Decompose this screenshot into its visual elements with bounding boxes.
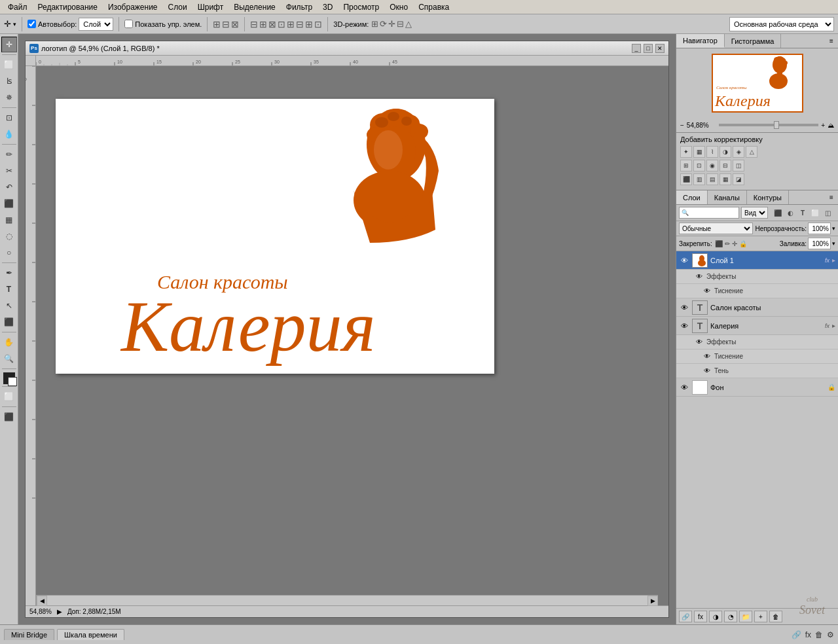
align-left-icon[interactable]: ⊞	[213, 19, 221, 29]
3d-icon-4[interactable]: ⊟	[397, 19, 404, 29]
tab-navigator[interactable]: Навигатор	[676, 34, 725, 48]
shape-tool[interactable]: ⬛	[1, 314, 17, 330]
3d-icon-1[interactable]: ⊞	[371, 19, 378, 29]
layers-panel-menu[interactable]: ≡	[825, 190, 838, 204]
horizontal-scrollbar[interactable]: ◀ ▶	[36, 595, 658, 605]
distribute5-icon[interactable]: ⊞	[287, 19, 295, 29]
gradient-tool[interactable]: ▦	[1, 212, 17, 228]
opacity-value[interactable]: 100%	[808, 223, 831, 234]
tab-layers[interactable]: Слои	[676, 190, 708, 204]
layer-eye-sloy1[interactable]: 👁	[679, 255, 689, 266]
bottom-settings-icon[interactable]: ⚙	[827, 630, 834, 639]
adj-levels[interactable]: ▦	[693, 146, 705, 158]
new-group-btn[interactable]: 📁	[739, 611, 752, 622]
bottom-link-icon[interactable]: 🔗	[792, 630, 801, 639]
distribute8-icon[interactable]: ⊡	[314, 19, 322, 29]
adj-color-balance[interactable]: ⊞	[680, 160, 692, 171]
distribute6-icon[interactable]: ⊟	[296, 19, 304, 29]
adj-brightness[interactable]: ✦	[680, 146, 692, 158]
lasso-tool[interactable]: ʪ	[1, 73, 17, 89]
adj-threshold[interactable]: ▤	[706, 173, 718, 185]
tab-channels[interactable]: Каналы	[708, 190, 747, 204]
zoom-in-btn[interactable]: +	[821, 122, 825, 129]
bottom-fx-icon[interactable]: fx	[805, 630, 811, 639]
filter-text-icon[interactable]: T	[797, 207, 808, 218]
menu-filter[interactable]: Фильтр	[281, 3, 318, 12]
marquee-tool[interactable]: ⬜	[1, 57, 17, 73]
3d-icon-2[interactable]: ⟳	[380, 19, 387, 29]
lock-all-icon[interactable]: 🔒	[739, 240, 747, 247]
menu-select[interactable]: Выделение	[228, 3, 281, 12]
sub-eye-tis-2[interactable]: 👁	[702, 352, 712, 361]
zoom-slider-thumb[interactable]	[774, 121, 779, 129]
nav-panel-menu[interactable]: ≡	[825, 34, 838, 48]
opacity-dropdown-icon[interactable]: ▾	[832, 225, 835, 232]
sub-eye-shadow-2[interactable]: 👁	[702, 367, 712, 376]
filter-adjust-icon[interactable]: ◐	[785, 207, 795, 218]
text-tool[interactable]: T	[1, 281, 17, 297]
auto-select-dropdown[interactable]: Слой	[79, 18, 113, 31]
align-right-icon[interactable]: ⊠	[231, 19, 239, 29]
workspace-dropdown[interactable]: Основная рабочая среда	[729, 17, 834, 31]
layer-item-salon[interactable]: 👁 T Салон красоты	[676, 298, 838, 317]
quick-mask[interactable]: ⬜	[1, 389, 17, 404]
distribute2-icon[interactable]: ⊞	[259, 19, 267, 29]
3d-icon-3[interactable]: ✛	[388, 19, 395, 29]
new-adjustment-btn[interactable]: ◔	[724, 611, 737, 622]
menu-layers[interactable]: Слои	[163, 3, 192, 12]
adj-channel-mixer[interactable]: ⊟	[720, 160, 731, 171]
adj-exposure[interactable]: ◑	[720, 146, 731, 158]
sub-eye-effects-2[interactable]: 👁	[695, 338, 704, 347]
sub-eye-tis-1[interactable]: 👁	[702, 287, 712, 296]
bottom-add-icon[interactable]: 🗑	[815, 630, 823, 639]
filter-pixel-icon[interactable]: ⬛	[773, 207, 783, 218]
tab-timeline[interactable]: Шкала времени	[57, 629, 124, 640]
restore-button[interactable]: □	[644, 44, 653, 53]
brush-tool[interactable]: ✏	[1, 147, 17, 162]
sub-item-effects-1[interactable]: 👁 Эффекты	[676, 270, 838, 284]
adj-photo-filter[interactable]: ◉	[706, 160, 718, 171]
menu-image[interactable]: Изображение	[103, 3, 163, 12]
menu-window[interactable]: Окно	[384, 3, 413, 12]
sub-item-tis-1[interactable]: 👁 Тиснение	[676, 284, 838, 298]
wand-tool[interactable]: ✵	[1, 90, 17, 105]
distribute7-icon[interactable]: ⊞	[305, 19, 313, 29]
layer-item-sloy1[interactable]: 👁 Слой 1 fx ▸	[676, 251, 838, 270]
dodge-tool[interactable]: ○	[1, 245, 17, 260]
align-center-icon[interactable]: ⊟	[222, 19, 230, 29]
layer-eye-bg[interactable]: 👁	[679, 382, 689, 393]
zoom-slider[interactable]	[719, 124, 818, 126]
path-select-tool[interactable]: ↖	[1, 298, 17, 313]
hand-tool[interactable]: ✋	[1, 334, 17, 350]
add-mask-btn[interactable]: ◑	[709, 611, 722, 622]
close-button[interactable]: ✕	[655, 44, 665, 53]
crop-tool[interactable]: ⊡	[1, 110, 17, 126]
screen-mode[interactable]: ⬛	[1, 409, 17, 425]
filter-shape-icon[interactable]: ⬜	[810, 207, 820, 218]
filter-smart-icon[interactable]: ◫	[822, 207, 833, 218]
adj-posterize[interactable]: ▥	[693, 173, 705, 185]
layer-eye-kaleria[interactable]: 👁	[679, 321, 689, 331]
background-color[interactable]	[8, 377, 17, 386]
menu-help[interactable]: Справка	[413, 3, 454, 12]
lock-position-icon[interactable]: ✛	[732, 240, 737, 247]
minimize-button[interactable]: _	[632, 44, 641, 53]
tab-paths[interactable]: Контуры	[747, 190, 789, 204]
zoom-out-btn[interactable]: −	[680, 122, 684, 129]
scroll-left-btn[interactable]: ◀	[37, 596, 47, 606]
add-style-btn[interactable]: fx	[694, 611, 707, 622]
layer-eye-salon[interactable]: 👁	[679, 302, 689, 313]
adj-bw[interactable]: ⊡	[693, 160, 705, 171]
menu-view[interactable]: Просмотр	[338, 3, 384, 12]
blur-tool[interactable]: ◌	[1, 228, 17, 244]
sub-item-tis-2[interactable]: 👁 Тиснение	[676, 349, 838, 364]
history-tool[interactable]: ↶	[1, 179, 17, 195]
layer-item-kaleria[interactable]: 👁 T Калерия fx ▸	[676, 317, 838, 335]
sub-eye-effects-1[interactable]: 👁	[695, 272, 704, 281]
fill-value[interactable]: 100%	[808, 238, 831, 249]
distribute-icon[interactable]: ⊟	[250, 19, 258, 29]
menu-font[interactable]: Шрифт	[192, 3, 228, 12]
delete-layer-btn[interactable]: 🗑	[769, 611, 782, 622]
move-tool[interactable]: ✛	[1, 37, 17, 52]
eyedropper-tool[interactable]: 💧	[1, 126, 17, 142]
